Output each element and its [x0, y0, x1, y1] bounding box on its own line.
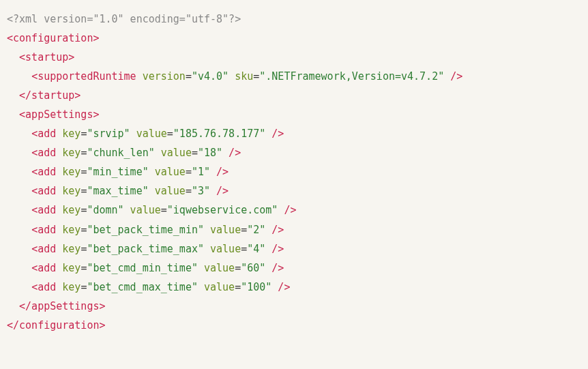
token-attr-eq: = — [192, 147, 198, 159]
token-attr-name: key — [62, 204, 80, 216]
token-attr-name: value — [204, 243, 241, 255]
token-attr-value: "v4.0" — [192, 70, 229, 83]
token-attr-value: "min_time" — [87, 166, 148, 178]
code-line: <configuration> — [7, 29, 581, 48]
token-attr-eq: = — [161, 204, 167, 216]
token-attr-value: "bet_cmd_max_time" — [87, 281, 198, 293]
code-line: <add key="bet_cmd_min_time" value="60" /… — [7, 259, 581, 278]
code-line: </startup> — [7, 86, 581, 105]
code-line: <add key="srvip" value="185.76.78.177" /… — [7, 124, 581, 143]
token-attr-value: ".NETFramework,Version=v4.7.2" — [259, 70, 444, 83]
token-attr-name: value — [155, 147, 192, 159]
token-attr-value: "1" — [192, 166, 210, 178]
token-attr-name: value — [130, 128, 167, 140]
code-line: <add key="max_time" value="3" /> — [7, 181, 581, 201]
code-line: <add key="bet_pack_time_min" value="2" /… — [7, 220, 581, 239]
code-line: <?xml version="1.0" encoding="utf-8"?> — [7, 10, 581, 29]
code-line: <startup> — [7, 48, 581, 67]
token-tag: <add — [31, 147, 62, 159]
code-line: <add key="bet_cmd_max_time" value="100" … — [7, 278, 581, 297]
token-tag: /> — [265, 262, 284, 274]
token-attr-eq: = — [186, 166, 192, 178]
token-attr-eq: = — [235, 281, 241, 293]
token-attr-name: value — [204, 224, 241, 236]
token-attr-value: "srvip" — [87, 128, 130, 140]
token-tag: /> — [265, 224, 284, 236]
token-attr-name: value — [149, 166, 186, 178]
token-attr-name: version — [143, 70, 186, 83]
token-tag: /> — [210, 185, 229, 197]
token-tag: <add — [31, 166, 62, 178]
token-attr-eq: = — [241, 243, 247, 255]
token-attr-name: key — [62, 243, 80, 255]
token-attr-eq: = — [186, 70, 192, 83]
token-attr-name: key — [62, 166, 80, 178]
token-attr-value: "chunk_len" — [87, 147, 154, 159]
token-attr-eq: = — [186, 185, 192, 197]
token-attr-name: key — [62, 262, 80, 274]
token-attr-eq: = — [235, 262, 241, 274]
token-attr-name: sku — [229, 70, 253, 83]
token-tag: <supportedRuntime — [31, 70, 143, 83]
token-attr-value: "max_time" — [87, 185, 148, 197]
token-tag: </appSettings> — [19, 300, 105, 312]
token-tag: <add — [31, 128, 62, 140]
token-attr-value: "domn" — [87, 204, 123, 216]
token-tag: <add — [31, 185, 62, 197]
xml-code-block: <?xml version="1.0" encoding="utf-8"?><c… — [7, 10, 581, 335]
token-tag: <add — [31, 262, 62, 274]
code-line: <supportedRuntime version="v4.0" sku=".N… — [7, 67, 581, 86]
token-tag: <add — [31, 224, 62, 236]
token-tag: <add — [31, 204, 62, 216]
token-tag: </configuration> — [7, 319, 106, 331]
token-attr-eq: = — [167, 128, 173, 140]
token-attr-value: "185.76.78.177" — [173, 128, 265, 140]
token-tag: /> — [444, 70, 462, 83]
token-attr-value: "18" — [198, 147, 222, 159]
code-line: <appSettings> — [7, 105, 581, 124]
code-line: </appSettings> — [7, 297, 581, 316]
code-line: <add key="chunk_len" value="18" /> — [7, 143, 581, 162]
token-attr-name: value — [198, 281, 235, 293]
token-attr-value: "4" — [247, 243, 265, 255]
token-attr-eq: = — [241, 224, 247, 236]
token-attr-value: "iqwebservice.com" — [167, 204, 278, 216]
token-attr-value: "bet_cmd_min_time" — [87, 262, 198, 274]
token-attr-name: key — [62, 128, 80, 140]
token-attr-name: value — [198, 262, 235, 274]
token-tag: <add — [31, 243, 62, 255]
token-attr-name: key — [62, 147, 80, 159]
token-attr-name: key — [62, 281, 80, 293]
token-attr-value: "100" — [241, 281, 271, 293]
token-tag: /> — [265, 128, 284, 140]
token-tag: <startup> — [19, 51, 74, 63]
token-attr-name: key — [62, 185, 80, 197]
code-line: </configuration> — [7, 316, 581, 335]
token-tag: <configuration> — [7, 32, 99, 44]
token-tag: /> — [210, 166, 229, 178]
token-tag: <appSettings> — [19, 108, 99, 121]
token-tag: /> — [265, 243, 284, 255]
token-attr-name: value — [124, 204, 161, 216]
code-line: <add key="bet_pack_time_max" value="4" /… — [7, 239, 581, 259]
code-line: <add key="min_time" value="1" /> — [7, 162, 581, 181]
token-attr-name: key — [62, 224, 80, 236]
token-pi: <?xml version="1.0" encoding="utf-8"?> — [7, 13, 241, 25]
code-line: <add key="domn" value="iqwebservice.com"… — [7, 201, 581, 220]
token-attr-value: "3" — [192, 185, 210, 197]
token-attr-eq: = — [253, 70, 259, 83]
token-tag: /> — [278, 204, 296, 216]
token-attr-value: "bet_pack_time_max" — [87, 243, 204, 255]
token-tag: /> — [222, 147, 241, 159]
token-attr-value: "60" — [241, 262, 265, 274]
token-attr-value: "bet_pack_time_min" — [87, 224, 204, 236]
token-attr-value: "2" — [247, 224, 265, 236]
token-tag: /> — [271, 281, 290, 293]
token-tag: <add — [31, 281, 62, 293]
token-tag: </startup> — [19, 89, 80, 102]
token-attr-name: value — [149, 185, 186, 197]
